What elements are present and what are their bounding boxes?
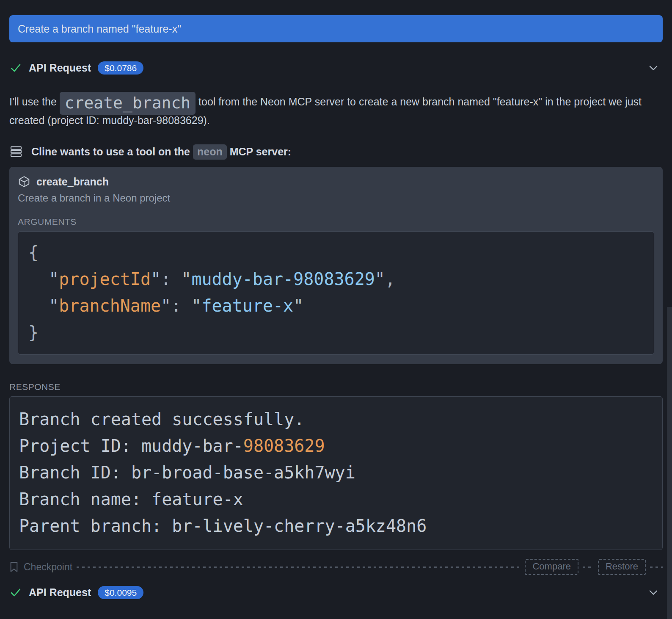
tool-call-card: create_branch Create a branch in a Neon …	[9, 167, 663, 364]
assistant-message-prefix: I'll use the	[9, 96, 60, 108]
check-icon	[9, 61, 22, 74]
scrollbar[interactable]	[667, 307, 672, 619]
checkpoint-leader-line	[583, 566, 594, 568]
arguments-json[interactable]: { "projectId": "muddy-bar-98083629", "br…	[18, 231, 654, 355]
chevron-down-icon[interactable]	[647, 62, 659, 74]
checkpoint-row: Checkpoint Compare Restore	[9, 559, 663, 575]
api-request-row[interactable]: API Request $0.0095	[9, 585, 663, 600]
api-request-label: API Request	[29, 62, 91, 74]
api-cost-badge[interactable]: $0.0786	[98, 61, 143, 75]
task-banner[interactable]: Create a branch named "feature-x"	[9, 15, 663, 42]
checkpoint-leader-line	[77, 566, 521, 568]
chevron-down-icon[interactable]	[647, 586, 659, 598]
tool-use-header: Cline wants to use a tool on the neon MC…	[9, 145, 663, 158]
tool-use-text: Cline wants to use a tool on the neon MC…	[31, 146, 291, 158]
response-output[interactable]: Branch created successfully. Project ID:…	[9, 396, 663, 550]
api-request-label: API Request	[29, 586, 91, 599]
checkpoint-label: Checkpoint	[24, 561, 72, 573]
inline-code-create-branch: create_branch	[60, 92, 196, 115]
response-label: RESPONSE	[9, 382, 663, 392]
tool-description: Create a branch in a Neon project	[18, 192, 654, 204]
bookmark-icon	[9, 561, 19, 573]
task-text: Create a branch named "feature-x"	[18, 23, 181, 35]
mcp-server-chip: neon	[193, 144, 227, 160]
api-cost-badge[interactable]: $0.0095	[98, 586, 143, 599]
assistant-message: I'll use the create_branch tool from the…	[9, 92, 663, 130]
check-icon	[9, 586, 22, 599]
arguments-label: ARGUMENTS	[18, 217, 654, 227]
tool-card-header: create_branch	[18, 175, 654, 188]
compare-button[interactable]: Compare	[525, 559, 578, 575]
tool-name: create_branch	[36, 176, 109, 188]
cube-icon	[18, 175, 30, 188]
chat-panel: Create a branch named "feature-x" API Re…	[0, 15, 672, 600]
checkpoint-leader-line	[650, 566, 663, 568]
api-request-row[interactable]: API Request $0.0786	[9, 60, 663, 75]
restore-button[interactable]: Restore	[598, 559, 646, 575]
server-icon	[9, 145, 23, 158]
